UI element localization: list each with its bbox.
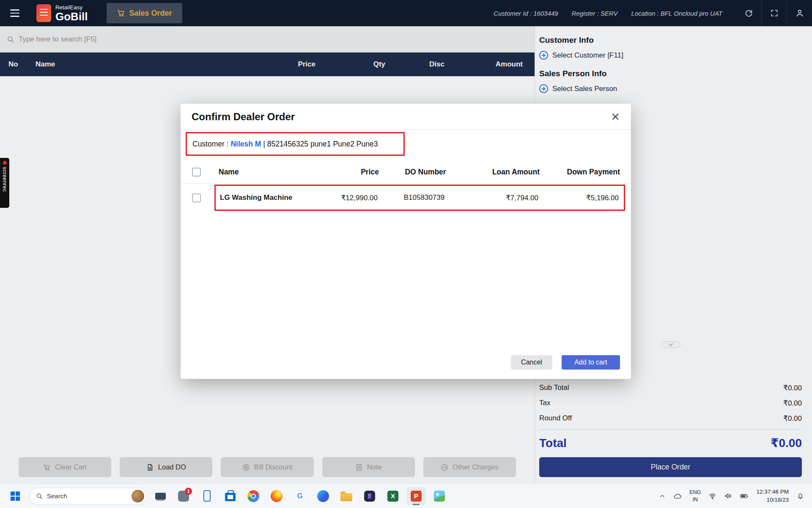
customer-name-link[interactable]: Nilesh M (230, 140, 261, 149)
gobill-logo-icon (36, 4, 51, 22)
row-checkbox[interactable] (192, 193, 201, 202)
select-all-cell (181, 168, 212, 177)
tab-sales-order[interactable]: Sales Order (107, 3, 182, 23)
taskbar-app-icons: 1 (151, 487, 449, 505)
row-loan-amount: ₹7,794.00 (471, 193, 538, 202)
topbar-right: Customer Id : 1603449 Register : SERV Lo… (494, 0, 812, 26)
cancel-button[interactable]: Cancel (511, 355, 552, 370)
modal-empty-space (181, 211, 631, 355)
row-checkbox-cell (181, 193, 212, 202)
do-col-down-payment: Down Payment (540, 168, 620, 177)
row-name: LG Washing Machine (220, 193, 293, 202)
select-all-checkbox[interactable] (192, 168, 201, 177)
windows-logo-icon (11, 491, 20, 501)
do-table-header: Name Price DO Number Loan Amount Down Pa… (181, 161, 631, 184)
cart-icon (117, 9, 125, 17)
firefox-icon[interactable] (267, 487, 286, 505)
windows-start-icon[interactable] (6, 487, 25, 505)
row-do-number: B105830739 (378, 193, 471, 202)
tray-chevron-up-icon[interactable] (656, 487, 668, 505)
add-to-cart-button[interactable]: Add to cart (562, 355, 620, 370)
do-col-do-number: DO Number (379, 168, 472, 177)
confirm-dealer-order-modal: Confirm Dealer Order ✕ Customer : Nilesh… (181, 104, 631, 379)
taskbar-system-tray: ENGIN 12:37:46 PM10/18/23 (656, 487, 812, 505)
do-col-loan-amount: Loan Amount (472, 168, 540, 177)
app-logo: RetailEasy GoBill (36, 4, 88, 22)
task-view-icon[interactable] (151, 487, 170, 505)
do-col-price: Price (294, 168, 379, 177)
location-text: Location : BFL Oncloud pro UAT (631, 10, 722, 17)
dark-app-icon[interactable] (360, 487, 379, 505)
customer-id-text: Customer Id : 1603449 (494, 10, 558, 17)
modal-title: Confirm Dealer Order (192, 111, 295, 123)
topbar-icon-group (736, 0, 812, 26)
chrome-icon[interactable] (244, 487, 263, 505)
file-explorer-icon[interactable] (337, 487, 356, 505)
copilot-icon[interactable] (314, 487, 332, 505)
search-highlight-icon[interactable] (132, 490, 144, 502)
clock-indicator[interactable]: 12:37:46 PM10/18/23 (754, 487, 791, 505)
screenrec-widget[interactable]: screenrec (0, 158, 9, 208)
powerpoint-icon[interactable] (407, 487, 425, 505)
photos-icon[interactable] (430, 487, 449, 505)
close-icon[interactable]: ✕ (611, 111, 620, 122)
fullscreen-icon[interactable] (761, 0, 787, 26)
microsoft-store-icon[interactable] (221, 487, 239, 505)
clock-time: 12:37:46 PM (756, 489, 789, 495)
screenrec-label: screenrec (2, 167, 8, 192)
battery-icon[interactable] (737, 487, 751, 505)
lang-line1: ENG (689, 489, 701, 495)
chat-app-icon[interactable]: 1 (174, 487, 193, 505)
notification-bell-icon[interactable] (794, 487, 807, 505)
brand-gobill: GoBill (55, 11, 88, 22)
do-col-name: Name (219, 168, 294, 177)
customer-info-highlight: Customer : Nilesh M | 8521456325 pune1 P… (186, 132, 405, 156)
modal-header: Confirm Dealer Order ✕ (181, 104, 631, 130)
row-price: ₹12,990.00 (293, 193, 378, 202)
register-text: Register : SERV (572, 10, 618, 17)
search-icon (36, 493, 43, 500)
brand-text: RetailEasy GoBill (55, 4, 88, 22)
excel-icon[interactable] (384, 487, 402, 505)
top-bar: RetailEasy GoBill Sales Order Customer I… (0, 0, 812, 26)
row-down-payment: ₹5,196.00 (538, 193, 619, 202)
notification-badge: 1 (185, 488, 192, 495)
google-app-icon[interactable] (291, 487, 309, 505)
wifi-icon[interactable] (706, 487, 719, 505)
windows-taskbar: Search 1 ENGIN (0, 483, 812, 508)
taskbar-search-label: Search (47, 492, 67, 500)
customer-prefix: Customer : (192, 140, 230, 149)
lang-line2: IN (693, 497, 698, 502)
brand-retaileasy: RetailEasy (55, 4, 88, 11)
clock-date: 10/18/23 (766, 497, 789, 503)
customer-details: | 8521456325 pune1 Pune2 Pune3 (261, 140, 378, 149)
onedrive-cloud-icon[interactable] (671, 487, 684, 505)
taskbar-search-box[interactable]: Search (30, 488, 147, 505)
language-indicator[interactable]: ENGIN (687, 487, 703, 505)
do-row-highlight: LG Washing Machine ₹12,990.00 B105830739… (214, 185, 625, 211)
do-table-header-grid: Name Price DO Number Loan Amount Down Pa… (212, 168, 631, 177)
menu-icon[interactable] (5, 3, 25, 23)
refresh-icon[interactable] (736, 0, 761, 26)
volume-icon[interactable] (721, 487, 735, 505)
modal-footer: Cancel Add to cart (181, 355, 631, 379)
do-table-row[interactable]: LG Washing Machine ₹12,990.00 B105830739… (181, 185, 631, 211)
tab-sales-order-label: Sales Order (129, 9, 172, 18)
record-dot-icon (3, 161, 7, 165)
user-menu-icon[interactable] (787, 0, 812, 26)
phone-link-icon[interactable] (198, 487, 216, 505)
